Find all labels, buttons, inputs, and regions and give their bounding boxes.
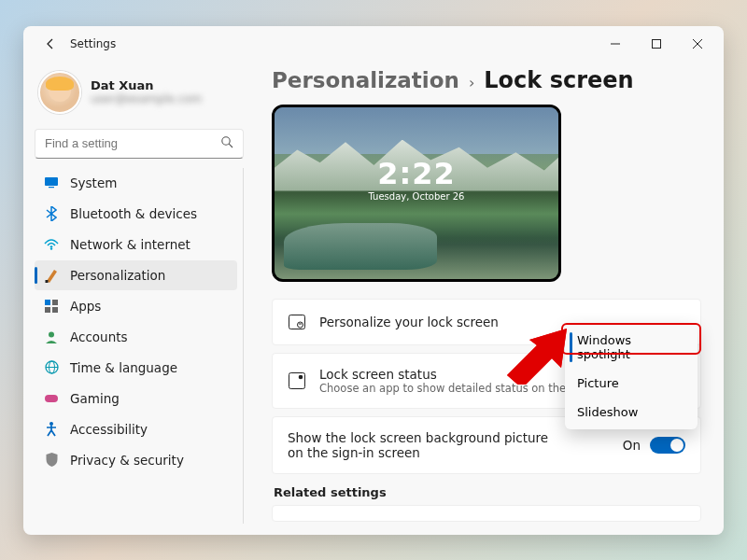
shield-icon [44,453,59,468]
sidebar-item-label: Personalization [70,268,165,283]
apps-icon [44,299,59,314]
profile-name: Dat Xuan [91,78,202,92]
nav: System Bluetooth & devices Network & int… [35,168,244,524]
settings-window: Settings Dat Xuan user@example.com [23,26,724,535]
bluetooth-icon [44,206,59,221]
system-icon [44,175,59,190]
breadcrumb: Personalization › Lock screen [272,67,701,93]
avatar [38,71,81,114]
app-title: Settings [70,37,116,50]
dropdown-item-label: Picture [577,376,619,390]
lock-screen-dropdown[interactable]: Windows spotlight Picture Slideshow [565,323,698,429]
sidebar-item-label: Privacy & security [70,453,184,468]
svg-point-8 [50,247,52,249]
sidebar-item-network[interactable]: Network & internet [35,230,237,259]
main-panel: Personalization › Lock screen 2:22 Tuesd… [255,62,724,535]
dropdown-item-slideshow[interactable]: Slideshow [568,398,695,427]
network-icon [44,237,59,252]
preview-date: Tuesday, October 26 [275,191,558,202]
personalization-icon [44,268,59,283]
sidebar-item-system[interactable]: System [35,168,237,198]
svg-rect-13 [52,307,58,313]
sidebar-item-accessibility[interactable]: Accessibility [35,414,237,444]
picture-icon [288,313,306,331]
minimize-button[interactable] [595,29,636,59]
svg-rect-1 [653,39,661,48]
gaming-icon [44,391,59,406]
svg-point-4 [222,137,230,145]
accessibility-icon [44,422,59,437]
card-title: Personalize your lock screen [319,315,499,329]
search-input[interactable] [45,136,220,150]
svg-rect-9 [46,280,49,283]
search-box[interactable] [35,129,244,159]
toggle-label: On [623,438,641,453]
lock-screen-preview[interactable]: 2:22 Tuesday, October 26 [272,105,561,282]
card-related-placeholder[interactable] [272,505,701,522]
svg-rect-7 [49,187,54,188]
dropdown-item-label: Windows spotlight [577,333,631,361]
breadcrumb-parent[interactable]: Personalization [272,68,459,92]
sidebar-item-bluetooth[interactable]: Bluetooth & devices [35,199,237,229]
titlebar: Settings [23,26,724,62]
svg-rect-6 [45,177,58,186]
search-icon [220,134,233,152]
sidebar-item-time[interactable]: Time & language [35,353,237,383]
sidebar-item-label: Bluetooth & devices [70,206,197,221]
sidebar-item-label: Network & internet [70,237,190,252]
sidebar-item-label: Time & language [70,360,177,375]
toggle-show-background[interactable] [650,437,685,454]
svg-line-5 [229,144,233,147]
sidebar-item-label: Gaming [70,391,120,406]
card-title: Show the lock screen background picture … [288,430,558,460]
sidebar-item-label: Apps [70,299,101,314]
related-settings-heading: Related settings [274,485,701,499]
svg-point-21 [298,322,303,328]
svg-rect-12 [45,307,50,313]
sidebar-item-label: Accounts [70,329,128,344]
window-controls [595,29,718,59]
dropdown-item-picture[interactable]: Picture [568,369,695,398]
sidebar-item-label: System [70,175,117,190]
sidebar-item-apps[interactable]: Apps [35,291,237,321]
svg-rect-18 [45,395,58,402]
svg-point-14 [49,331,54,337]
svg-rect-11 [52,300,58,305]
back-button[interactable] [36,30,64,58]
accounts-icon [44,329,59,344]
svg-rect-22 [299,323,302,324]
sidebar-item-privacy[interactable]: Privacy & security [35,445,237,475]
close-button[interactable] [677,29,718,59]
profile[interactable]: Dat Xuan user@example.com [35,65,244,123]
profile-email: user@example.com [91,92,202,105]
sidebar: Dat Xuan user@example.com System Bluetoo… [23,62,255,535]
breadcrumb-current: Lock screen [484,67,633,93]
sidebar-item-label: Accessibility [70,422,148,437]
chevron-right-icon: › [469,74,474,91]
sidebar-item-personalization[interactable]: Personalization [35,260,237,290]
dropdown-item-label: Slideshow [577,405,638,419]
maximize-button[interactable] [636,29,677,59]
svg-point-24 [299,374,303,379]
svg-rect-10 [45,300,50,305]
svg-rect-23 [289,372,305,388]
sidebar-item-accounts[interactable]: Accounts [35,322,237,352]
dropdown-item-spotlight[interactable]: Windows spotlight [568,326,695,369]
svg-point-19 [49,422,53,426]
language-icon [44,360,59,375]
sidebar-item-gaming[interactable]: Gaming [35,384,237,413]
status-icon [288,371,306,390]
preview-time: 2:22 [275,156,558,191]
